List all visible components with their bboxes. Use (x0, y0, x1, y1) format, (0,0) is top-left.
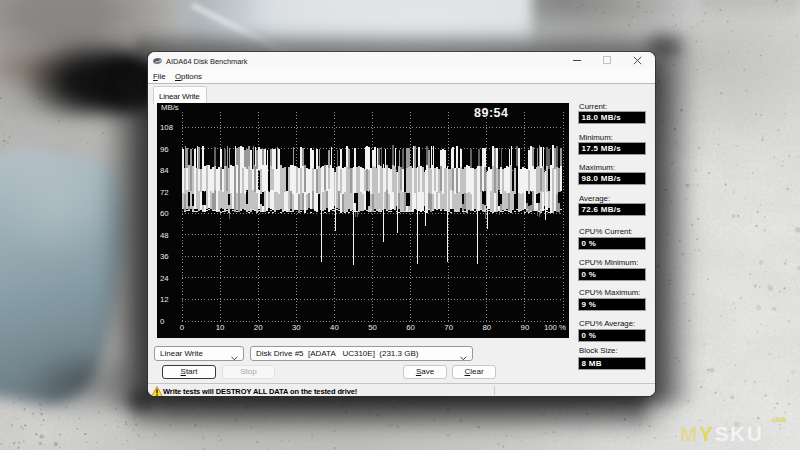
svg-text:30: 30 (292, 323, 301, 332)
svg-text:50: 50 (368, 323, 377, 332)
svg-text:60: 60 (406, 323, 415, 332)
svg-text:80: 80 (482, 323, 491, 332)
svg-text:0: 0 (180, 323, 185, 332)
svg-text:90: 90 (521, 323, 530, 332)
svg-text:72: 72 (160, 188, 169, 197)
svg-text:70: 70 (444, 323, 453, 332)
svg-text:MB/s: MB/s (161, 103, 179, 112)
svg-text:84: 84 (160, 166, 169, 175)
svg-text:12: 12 (160, 295, 169, 304)
svg-text:36: 36 (160, 252, 169, 261)
svg-text:100 %: 100 % (544, 323, 566, 332)
svg-text:10: 10 (216, 323, 225, 332)
svg-text:40: 40 (330, 323, 339, 332)
svg-text:96: 96 (160, 145, 169, 154)
svg-text:0: 0 (160, 317, 165, 326)
svg-text:48: 48 (160, 231, 169, 240)
svg-text:20: 20 (254, 323, 263, 332)
svg-text:60: 60 (160, 209, 169, 218)
svg-text:108: 108 (160, 123, 173, 132)
svg-text:24: 24 (160, 274, 169, 283)
